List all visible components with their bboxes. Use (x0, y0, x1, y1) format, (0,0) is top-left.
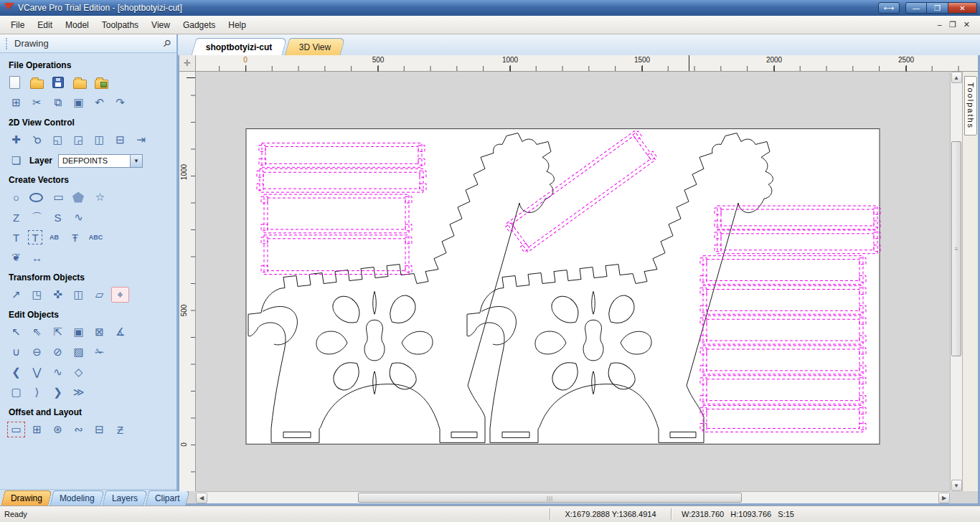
undo-icon[interactable]: ↶ (90, 95, 108, 110)
fill-region-icon[interactable]: ▨ (70, 344, 88, 360)
scroll-right-icon[interactable]: ▶ (938, 493, 950, 503)
dimension-icon[interactable]: ↔ (28, 250, 46, 265)
trim-overlap-icon[interactable]: ⊘ (49, 344, 67, 360)
node-edit-icon[interactable]: ⇖ (28, 324, 46, 340)
sharpen-node-icon[interactable]: ❮ (7, 364, 25, 380)
circular-copy-icon[interactable]: ⊛ (49, 422, 67, 437)
import-vectors-icon[interactable] (73, 80, 87, 89)
menu-file[interactable]: File (4, 17, 31, 33)
job-setup-icon[interactable]: ⊞ (7, 95, 25, 110)
menu-help[interactable]: Help (222, 17, 253, 33)
extend-vectors-icon[interactable]: ≫ (70, 384, 88, 400)
horizontal-scrollbar[interactable]: ◀ ||| ▶ (196, 491, 950, 503)
zoom-interactive-icon[interactable]: ⚲ (25, 128, 49, 151)
true-shape-nesting-icon[interactable]: Ƶ (111, 422, 129, 437)
fit-curves-icon[interactable]: ⋁ (28, 364, 46, 380)
zoom-selection-icon[interactable]: ◲ (70, 132, 88, 148)
restore-button[interactable]: ❐ (927, 2, 948, 14)
measure-icon[interactable]: ∡ (111, 324, 129, 340)
pan-icon[interactable]: ✚ (7, 132, 25, 148)
drawing-canvas[interactable] (196, 72, 950, 491)
draw-text-icon[interactable]: T (7, 229, 25, 245)
zoom-box-icon[interactable]: ◱ (49, 132, 67, 148)
close-button[interactable]: ✕ (948, 2, 977, 14)
mdi-close-icon[interactable]: ✕ (963, 20, 970, 29)
layer-select[interactable]: DEFPOINTS ▼ (58, 154, 143, 168)
offset-vectors-icon[interactable]: ▭ (7, 422, 25, 437)
new-drawing-icon[interactable] (9, 76, 20, 89)
panel-grip[interactable] (6, 38, 9, 49)
nesting-icon[interactable]: ⊟ (90, 422, 108, 437)
group-icon[interactable]: ▣ (70, 324, 88, 340)
text-spacing-icon[interactable]: Ŧ (66, 229, 84, 245)
close-vector-icon[interactable]: ◇ (70, 364, 88, 380)
move-selection-icon[interactable]: ↗ (7, 287, 25, 303)
tab-drawing[interactable]: Drawing (1, 490, 52, 506)
redo-icon[interactable]: ↷ (111, 95, 129, 110)
scroll-left-icon[interactable]: ◀ (196, 493, 207, 503)
weld-icon[interactable]: ∪ (7, 344, 25, 360)
select-icon[interactable]: ↖ (7, 324, 25, 340)
draw-rectangle-icon[interactable]: ▭ (50, 189, 67, 205)
ungroup-icon[interactable]: ⊠ (90, 324, 108, 340)
draw-curve-icon[interactable]: S (49, 209, 67, 225)
copy-along-curve-icon[interactable]: ∾ (70, 422, 88, 437)
open-drawing-icon[interactable] (30, 80, 44, 89)
draw-ellipse-icon[interactable] (29, 193, 43, 202)
array-copy-icon[interactable]: ⊞ (28, 422, 46, 437)
tab-clipart[interactable]: Clipart (145, 490, 189, 506)
align-objects-icon[interactable]: ⌖ (111, 287, 129, 303)
smooth-curve-icon[interactable]: ∿ (49, 364, 67, 380)
tile-views-icon[interactable]: ⊟ (111, 132, 129, 148)
mdi-minimize-icon[interactable]: ‒ (938, 20, 942, 29)
zoom-extents-icon[interactable]: ◫ (90, 132, 108, 148)
draw-star-icon[interactable]: ☆ (91, 189, 109, 205)
tab-modeling[interactable]: Modeling (50, 490, 104, 506)
text-on-curve-icon[interactable]: ABC (87, 229, 105, 245)
interactive-move-icon[interactable]: ⇱ (49, 324, 67, 340)
scroll-up-icon[interactable]: ▲ (951, 72, 962, 83)
chevron-down-icon[interactable]: ▼ (130, 155, 142, 167)
minimize-button[interactable]: — (905, 2, 927, 14)
tab-3d-view[interactable]: 3D View (284, 38, 345, 55)
horizontal-scroll-thumb[interactable]: ||| (358, 493, 742, 503)
import-bitmap-icon[interactable] (95, 80, 108, 89)
tab-layers[interactable]: Layers (102, 490, 147, 506)
pin-icon[interactable]: ⚲ (161, 37, 174, 49)
cut-icon[interactable]: ✂ (28, 95, 46, 110)
vector-cut-icon[interactable]: ✁ (90, 344, 108, 360)
subtract-icon[interactable]: ⊖ (28, 344, 46, 360)
distort-icon[interactable]: ▱ (90, 287, 108, 303)
mirror-icon[interactable]: ◫ (70, 287, 88, 303)
paste-icon[interactable]: ▣ (70, 95, 88, 110)
set-position-icon[interactable]: ✜ (49, 287, 67, 303)
join-move-icon[interactable]: ⟩ (28, 384, 46, 400)
draw-text-box-icon[interactable]: T (28, 230, 42, 245)
draw-arc-icon[interactable]: ⌒ (28, 209, 46, 225)
trace-bitmap-icon[interactable]: ❦ (7, 250, 25, 265)
join-vectors-icon[interactable]: ▢ (7, 384, 25, 400)
save-drawing-icon[interactable] (52, 77, 64, 88)
ruler-origin-toggle[interactable]: ✛ (179, 55, 196, 72)
copy-icon[interactable]: ⧉ (49, 95, 67, 110)
vertical-scroll-thumb[interactable]: ≡ (951, 141, 961, 356)
scroll-down-icon[interactable]: ▼ (951, 480, 962, 491)
swap-view-button[interactable]: ⟷ (878, 2, 900, 14)
menu-edit[interactable]: Edit (31, 17, 59, 33)
draw-circle-icon[interactable]: ○ (7, 189, 25, 205)
vertical-scrollbar[interactable]: ▲ ≡ ▼ (950, 72, 962, 491)
draw-polyline-icon[interactable]: Z (7, 209, 25, 225)
mdi-restore-icon[interactable]: ❐ (949, 20, 956, 29)
edit-text-icon[interactable]: AB (45, 229, 63, 245)
draw-freehand-icon[interactable]: ∿ (70, 209, 88, 225)
join-line-icon[interactable]: ❯ (49, 384, 67, 400)
menu-toolpaths[interactable]: Toolpaths (95, 17, 145, 33)
switch-view-icon[interactable]: ⇥ (132, 132, 150, 148)
menu-gadgets[interactable]: Gadgets (176, 17, 222, 33)
tab-shoptbotyizi-cut[interactable]: shoptbotyizi-cut (192, 38, 288, 55)
set-size-icon[interactable]: ◳ (28, 287, 46, 303)
menu-model[interactable]: Model (59, 17, 95, 33)
draw-polygon-icon[interactable] (72, 192, 84, 203)
toolpaths-panel-tab[interactable]: Toolpaths (964, 76, 977, 136)
menu-view[interactable]: View (145, 17, 176, 33)
